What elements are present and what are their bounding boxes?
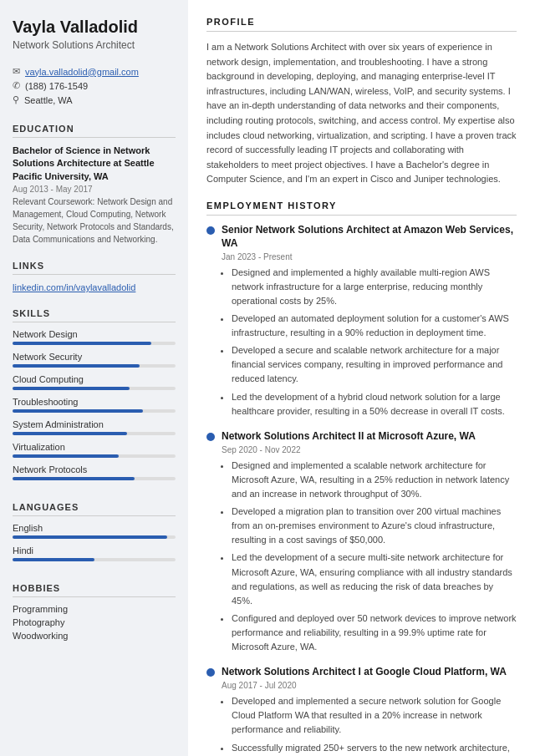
languages-section-title: Languages	[13, 502, 176, 516]
email-link[interactable]: vayla.valladolid@gmail.com	[25, 67, 139, 77]
contact-section: ✉ vayla.valladolid@gmail.com ✆ (188) 176…	[13, 66, 176, 109]
skills-list: Network Design Network Security Cloud Co…	[13, 329, 176, 480]
language-label: English	[13, 523, 176, 533]
language-bar-fill	[13, 535, 167, 539]
job-dates: Jan 2023 - Present	[222, 252, 517, 261]
skill-item: Network Protocols	[13, 464, 176, 480]
job-header: Senior Network Solutions Architect at Am…	[206, 224, 517, 250]
skill-bar-fill	[13, 387, 130, 390]
skills-section-title: Skills	[13, 308, 176, 322]
job-header: Network Solutions Architect I at Google …	[206, 666, 517, 679]
profile-section-title: Profile	[206, 17, 517, 32]
skill-label: Network Protocols	[13, 464, 176, 474]
skill-label: Network Security	[13, 352, 176, 362]
skill-label: Cloud Computing	[13, 374, 176, 384]
skill-bar-fill	[13, 364, 140, 368]
skill-bar-bg	[13, 409, 176, 413]
job-title: Network Solutions Architect	[13, 39, 176, 51]
skill-label: Troubleshooting	[13, 397, 176, 407]
education-section: Education Bachelor of Science in Network…	[13, 124, 176, 246]
language-label: Hindi	[13, 545, 176, 556]
skill-item: System Administration	[13, 419, 176, 435]
job-block: Senior Network Solutions Architect at Am…	[206, 224, 517, 419]
job-bullets: Designed and implemented a highly availa…	[222, 266, 517, 418]
job-bullets: Designed and implemented a scalable netw…	[222, 459, 517, 654]
profile-section: Profile I am a Network Solutions Archite…	[206, 17, 517, 187]
language-item: Hindi	[13, 545, 176, 561]
bullet-item: Developed and implemented a secure netwo…	[232, 694, 517, 737]
job-title-text: Network Solutions Architect I at Google …	[222, 666, 507, 679]
skill-bar-bg	[13, 387, 176, 390]
skill-bar-fill	[13, 477, 135, 480]
name-block: Vayla Valladolid Network Solutions Archi…	[13, 17, 176, 51]
skill-bar-fill	[13, 454, 119, 458]
bullet-item: Configured and deployed over 50 network …	[232, 611, 517, 654]
skill-item: Cloud Computing	[13, 374, 176, 390]
job-block: Network Solutions Architect I at Google …	[206, 666, 517, 756]
location-item: ⚲ Seattle, WA	[13, 94, 176, 105]
language-bar-bg	[13, 558, 176, 561]
job-dates: Sep 2020 - Nov 2022	[222, 445, 517, 454]
job-title-text: Network Solutions Architect II at Micros…	[222, 430, 476, 444]
skill-bar-fill	[13, 342, 151, 345]
skills-section: Skills Network Design Network Security C…	[13, 308, 176, 487]
main-content: Profile I am a Network Solutions Archite…	[188, 0, 535, 756]
email-icon: ✉	[13, 66, 20, 77]
edu-coursework: Relevant Coursework: Network Design and …	[13, 195, 176, 246]
employment-section-title: Employment History	[206, 200, 517, 216]
job-dot	[206, 226, 215, 235]
hobbies-list: ProgrammingPhotographyWoodworking	[13, 604, 176, 641]
skill-bar-fill	[13, 409, 143, 413]
bullet-item: Successfully migrated 250+ servers to th…	[232, 741, 517, 756]
language-bar-fill	[13, 558, 94, 561]
education-section-title: Education	[13, 124, 176, 138]
skill-item: Network Design	[13, 329, 176, 345]
bullet-item: Developed an automated deployment soluti…	[232, 312, 517, 340]
phone-icon: ✆	[13, 80, 20, 91]
job-block: Network Solutions Architect II at Micros…	[206, 430, 517, 654]
phone-text: (188) 176-1549	[25, 81, 88, 91]
bullet-item: Developed a secure and scalable network …	[232, 343, 517, 386]
skill-item: Virtualization	[13, 442, 176, 458]
hobbies-section: Hobbies ProgrammingPhotographyWoodworkin…	[13, 583, 176, 644]
skill-label: Virtualization	[13, 442, 176, 452]
location-text: Seattle, WA	[24, 95, 73, 105]
skill-bar-bg	[13, 477, 176, 480]
coursework-label: Relevant Coursework:	[13, 197, 94, 206]
edu-dates: Aug 2013 - May 2017	[13, 185, 176, 194]
location-icon: ⚲	[13, 94, 19, 105]
edu-degree: Bachelor of Science in Network Solutions…	[13, 145, 176, 183]
job-dot	[206, 433, 215, 441]
phone-item: ✆ (188) 176-1549	[13, 80, 176, 91]
skill-label: Network Design	[13, 329, 176, 339]
job-title-text: Senior Network Solutions Architect at Am…	[222, 224, 517, 250]
job-bullets: Developed and implemented a secure netwo…	[222, 694, 517, 756]
skill-item: Network Security	[13, 352, 176, 368]
language-item: English	[13, 523, 176, 539]
full-name: Vayla Valladolid	[13, 17, 176, 37]
links-section-title: Links	[13, 261, 176, 275]
skill-bar-bg	[13, 432, 176, 435]
links-section: Links linkedin.com/in/vaylavalladolid	[13, 261, 176, 293]
skill-item: Troubleshooting	[13, 397, 176, 413]
email-item: ✉ vayla.valladolid@gmail.com	[13, 66, 176, 77]
job-dates: Aug 2017 - Jul 2020	[222, 681, 517, 690]
language-bar-bg	[13, 535, 176, 539]
skill-bar-bg	[13, 454, 176, 458]
bullet-item: Led the development of a secure multi-si…	[232, 551, 517, 607]
hobby-item: Photography	[13, 617, 176, 627]
jobs-list: Senior Network Solutions Architect at Am…	[206, 224, 517, 756]
hobbies-section-title: Hobbies	[13, 583, 176, 597]
profile-text: I am a Network Solutions Architect with …	[206, 40, 517, 187]
skill-bar-fill	[13, 432, 127, 435]
bullet-item: Led the development of a hybrid cloud ne…	[232, 390, 517, 419]
skill-bar-bg	[13, 342, 176, 345]
sidebar: Vayla Valladolid Network Solutions Archi…	[0, 0, 188, 756]
link-item: linkedin.com/in/vaylavalladolid	[13, 282, 176, 293]
resume-container: Vayla Valladolid Network Solutions Archi…	[0, 0, 535, 756]
hobby-item: Woodworking	[13, 631, 176, 641]
linkedin-link[interactable]: linkedin.com/in/vaylavalladolid	[13, 282, 135, 292]
employment-section: Employment History Senior Network Soluti…	[206, 200, 517, 756]
skill-label: System Administration	[13, 419, 176, 429]
hobby-item: Programming	[13, 604, 176, 614]
